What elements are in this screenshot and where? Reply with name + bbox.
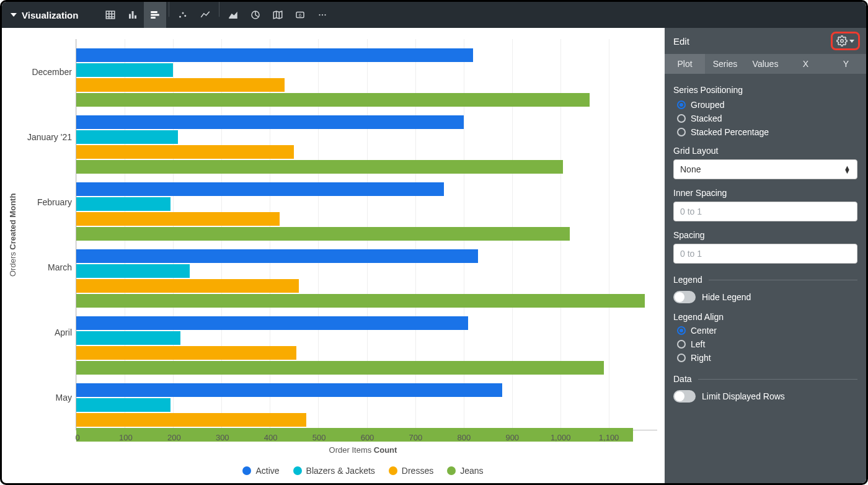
svg-rect-7	[135, 16, 136, 19]
hide-legend-label: Hide Legend	[702, 292, 751, 302]
chart-bar[interactable]	[76, 78, 285, 92]
radio-icon	[677, 354, 686, 362]
tab-x[interactable]: X	[786, 54, 826, 74]
chevron-down-icon	[11, 13, 17, 17]
legend-swatch-icon	[293, 466, 302, 475]
bar-group	[76, 245, 657, 312]
radio-icon	[677, 100, 686, 109]
pie-chart-icon[interactable]	[244, 2, 267, 28]
hide-legend-toggle[interactable]	[673, 291, 696, 303]
x-axis-tick-label: 400	[264, 433, 278, 442]
tab-values[interactable]: Values	[745, 54, 786, 74]
spacing-input[interactable]	[673, 244, 857, 264]
chart-bar[interactable]	[76, 145, 294, 159]
tab-plot[interactable]: Plot	[665, 54, 705, 74]
chart-bar[interactable]	[76, 361, 604, 375]
radio-icon	[677, 114, 686, 123]
toolbar-separator	[219, 2, 219, 17]
legend-item[interactable]: Jeans	[447, 466, 483, 476]
chart-bar[interactable]	[76, 413, 306, 427]
y-axis-tick-label: May	[19, 365, 76, 430]
chart-bar[interactable]	[76, 197, 170, 211]
chart-bar[interactable]	[76, 383, 502, 397]
chart-area: Orders Created Month DecemberJanuary '21…	[2, 28, 665, 483]
legend-section-label: Legend	[673, 275, 702, 285]
chart-bar[interactable]	[76, 93, 590, 107]
chart-plot[interactable]	[76, 39, 657, 430]
chart-bar[interactable]	[76, 316, 468, 330]
svg-rect-8	[151, 11, 158, 13]
series-positioning-option-stacked-percentage[interactable]: Stacked Percentage	[677, 127, 857, 137]
visualization-toolbar: Visualization	[2, 2, 866, 28]
y-axis-tick-label: December	[19, 39, 76, 104]
x-axis-title: Order Items Count	[7, 445, 657, 455]
radio-icon	[677, 128, 686, 136]
bar-group	[76, 44, 657, 111]
series-positioning-option-stacked[interactable]: Stacked	[677, 113, 857, 123]
map-chart-icon[interactable]	[267, 2, 289, 28]
legend-align-option-right[interactable]: Right	[677, 353, 857, 363]
chart-bar[interactable]	[76, 160, 563, 174]
edit-panel-title: Edit	[673, 36, 689, 47]
chart-bar[interactable]	[76, 212, 280, 226]
single-value-icon[interactable]: 6	[289, 2, 311, 28]
svg-point-12	[182, 12, 184, 14]
more-viz-icon[interactable]	[311, 2, 334, 28]
legend-item[interactable]: Active	[242, 466, 279, 476]
table-view-icon[interactable]	[99, 2, 122, 28]
chart-legend: ActiveBlazers & JacketsDressesJeans	[7, 466, 657, 476]
chart-bar[interactable]	[76, 63, 173, 77]
toolbar-separator	[169, 2, 169, 17]
chart-bar[interactable]	[76, 346, 296, 360]
scatter-chart-icon[interactable]	[172, 2, 194, 28]
svg-point-11	[179, 16, 181, 18]
x-axis-tick-label: 100	[119, 433, 133, 442]
chart-bar[interactable]	[76, 182, 444, 196]
svg-rect-0	[107, 11, 115, 19]
bar-chart-icon[interactable]	[144, 2, 166, 28]
chart-bar[interactable]	[76, 130, 178, 144]
inner-spacing-input[interactable]	[673, 202, 857, 221]
chart-bar[interactable]	[76, 227, 570, 241]
tab-y[interactable]: Y	[826, 54, 866, 74]
toolbar-title: Visualization	[22, 10, 78, 20]
chart-bar[interactable]	[76, 294, 645, 308]
y-axis-tick-label: January '21	[19, 104, 76, 169]
grid-layout-select[interactable]: None ▲▼	[673, 159, 857, 179]
legend-swatch-icon	[389, 466, 397, 475]
chart-bar[interactable]	[76, 331, 180, 345]
chart-bar[interactable]	[76, 115, 464, 129]
column-chart-icon[interactable]	[122, 2, 144, 28]
spacing-label: Spacing	[673, 230, 857, 240]
x-axis-tick-label: 700	[409, 433, 423, 442]
visualization-toggle[interactable]: Visualization	[2, 10, 84, 20]
legend-item[interactable]: Blazers & Jackets	[293, 466, 375, 476]
legend-item[interactable]: Dresses	[389, 466, 433, 476]
line-chart-icon[interactable]	[194, 2, 216, 28]
inner-spacing-label: Inner Spacing	[673, 188, 857, 198]
series-positioning-option-grouped[interactable]: Grouped	[677, 100, 857, 110]
svg-point-21	[325, 14, 326, 16]
y-axis-tick-label: March	[19, 235, 76, 300]
tab-series[interactable]: Series	[705, 54, 745, 74]
chart-bar[interactable]	[76, 249, 478, 263]
legend-align-option-left[interactable]: Left	[677, 339, 857, 349]
legend-align-option-center[interactable]: Center	[677, 326, 857, 336]
svg-point-13	[185, 15, 187, 17]
radio-icon	[677, 326, 686, 335]
gear-icon	[836, 35, 848, 47]
chart-bar[interactable]	[76, 264, 190, 278]
chart-bar[interactable]	[76, 48, 473, 62]
grid-layout-label: Grid Layout	[673, 146, 857, 156]
chart-bar[interactable]	[76, 279, 299, 293]
settings-gear-button[interactable]	[831, 32, 860, 50]
x-axis-tick-label: 500	[312, 433, 326, 442]
chevron-down-icon	[849, 40, 854, 43]
area-chart-icon[interactable]	[222, 2, 244, 28]
legend-swatch-icon	[447, 466, 456, 475]
x-axis-tick-label: 900	[505, 433, 519, 442]
select-updown-icon: ▲▼	[844, 166, 851, 173]
limit-rows-toggle[interactable]	[673, 390, 696, 403]
chart-bar[interactable]	[76, 398, 170, 412]
x-axis-tick-label: 600	[361, 433, 374, 442]
